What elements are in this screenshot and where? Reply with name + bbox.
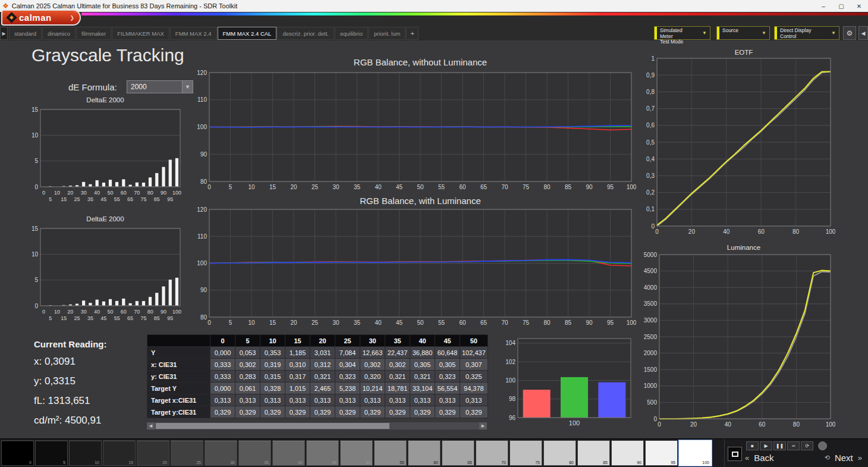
svg-text:15: 15 bbox=[269, 184, 276, 190]
grayscale-patch-80[interactable]: 80 bbox=[543, 440, 576, 466]
table-cell: 0,329 bbox=[435, 406, 460, 418]
loop-button[interactable]: ∞ bbox=[787, 441, 800, 450]
scrollbar-thumb[interactable] bbox=[156, 423, 389, 429]
settings-gear-button[interactable]: ⚙ bbox=[843, 26, 856, 40]
svg-text:0: 0 bbox=[34, 184, 38, 190]
table-cell: 0,313 bbox=[460, 394, 488, 406]
grayscale-patch-100[interactable]: 100 bbox=[679, 440, 712, 466]
table-cell: 36,880 bbox=[410, 347, 435, 359]
grayscale-patch-85[interactable]: 85 bbox=[577, 440, 610, 466]
stop-button[interactable]: ■ bbox=[746, 441, 759, 450]
patch-label: 15 bbox=[128, 460, 133, 465]
table-scrollbar[interactable]: ◀ ▶ bbox=[147, 422, 487, 430]
grayscale-patch-60[interactable]: 60 bbox=[408, 440, 441, 466]
source-dropdown[interactable]: Source ▼ bbox=[716, 26, 770, 40]
current-reading-x: x: 0,3091 bbox=[34, 356, 76, 368]
grayscale-patch-20[interactable]: 20 bbox=[137, 440, 169, 466]
grayscale-patch-15[interactable]: 15 bbox=[103, 440, 136, 466]
pattern-window-button[interactable] bbox=[728, 447, 742, 461]
grayscale-patch-40[interactable]: 40 bbox=[272, 440, 305, 466]
tab-equilibrio[interactable]: equilibrio bbox=[335, 27, 368, 40]
svg-text:90: 90 bbox=[586, 184, 593, 190]
grayscale-patch-25[interactable]: 25 bbox=[171, 440, 203, 466]
svg-text:0,5: 0,5 bbox=[646, 139, 655, 146]
refresh-button[interactable]: ⟳ bbox=[801, 441, 813, 450]
minimize-button[interactable]: – bbox=[814, 0, 832, 12]
current-reading-cdm2: cd/m²: 4500,91 bbox=[34, 415, 101, 427]
add-tab-button[interactable]: + bbox=[406, 27, 418, 40]
maximize-button[interactable]: ▢ bbox=[832, 0, 850, 12]
next-button[interactable]: Next bbox=[832, 453, 856, 463]
table-cell: 7,084 bbox=[335, 347, 360, 359]
svg-text:10: 10 bbox=[54, 190, 60, 196]
deltae-bottom-title: DeltaE 2000 bbox=[27, 215, 183, 222]
tab-fmm-max-2-4[interactable]: FMM MAX 2.4 bbox=[170, 27, 217, 40]
svg-text:0: 0 bbox=[653, 416, 657, 422]
grayscale-patch-75[interactable]: 75 bbox=[510, 440, 542, 466]
grayscale-patch-35[interactable]: 35 bbox=[238, 440, 271, 466]
grayscale-patch-30[interactable]: 30 bbox=[205, 440, 237, 466]
grayscale-patch-55[interactable]: 55 bbox=[374, 440, 407, 466]
grayscale-patch-50[interactable]: 50 bbox=[340, 440, 373, 466]
svg-text:120: 120 bbox=[197, 70, 207, 76]
continuous-icon[interactable]: ⟲ bbox=[822, 454, 832, 462]
tab-standard[interactable]: standard bbox=[9, 27, 42, 40]
svg-text:25: 25 bbox=[74, 196, 80, 202]
grayscale-patch-10[interactable]: 10 bbox=[69, 440, 102, 466]
svg-text:40: 40 bbox=[94, 309, 100, 315]
rgb-bars-chart: 9698100102104100 bbox=[502, 334, 634, 430]
patch-label: 75 bbox=[535, 460, 540, 465]
table-row-label: Y bbox=[147, 347, 210, 359]
table-cell: 1,015 bbox=[285, 383, 310, 394]
tab-priorit-lum[interactable]: priorit. lum bbox=[369, 27, 405, 40]
grayscale-patch-90[interactable]: 90 bbox=[611, 440, 644, 466]
scroll-right-icon[interactable]: ▶ bbox=[479, 422, 487, 430]
svg-text:98: 98 bbox=[509, 396, 516, 402]
collapse-panel-button[interactable]: ◀ bbox=[858, 26, 868, 40]
scrollbar-track[interactable] bbox=[155, 422, 479, 430]
tab-descriz-prior-dett-[interactable]: descriz. prior. dett. bbox=[277, 27, 334, 40]
svg-text:65: 65 bbox=[127, 196, 133, 202]
svg-text:55: 55 bbox=[114, 196, 120, 202]
svg-text:104: 104 bbox=[505, 340, 515, 346]
svg-text:25: 25 bbox=[74, 315, 80, 321]
simulated-meter-dropdown[interactable]: Simulated Meter Test Mode ▼ bbox=[654, 26, 710, 40]
table-cell: 56,554 bbox=[435, 383, 460, 394]
svg-text:20: 20 bbox=[67, 190, 73, 196]
svg-text:30: 30 bbox=[332, 184, 339, 190]
grayscale-patch-5[interactable]: 5 bbox=[35, 440, 68, 466]
svg-text:95: 95 bbox=[167, 196, 173, 202]
tab-overflow-button[interactable]: ▶ bbox=[0, 27, 8, 40]
grayscale-patch-95[interactable]: 95 bbox=[645, 440, 678, 466]
tab-filmmaker[interactable]: filmmaker bbox=[76, 27, 111, 40]
tab-filmmaker-max[interactable]: FILMMAKER MAX bbox=[112, 27, 169, 40]
svg-text:90: 90 bbox=[586, 319, 593, 326]
tab-fmm-max-2-4-cal[interactable]: FMM MAX 2.4 CAL bbox=[218, 27, 277, 40]
svg-text:100: 100 bbox=[627, 184, 636, 190]
pause-button[interactable]: ❚❚ bbox=[773, 441, 786, 450]
de-formula-value: 2000 bbox=[131, 83, 147, 91]
scroll-left-icon[interactable]: ◀ bbox=[147, 422, 155, 430]
patch-label: 45 bbox=[332, 460, 336, 465]
table-row: Target x:CIE310,3130,3130,3130,3130,3130… bbox=[147, 394, 488, 406]
svg-text:50: 50 bbox=[417, 319, 424, 326]
svg-text:1: 1 bbox=[651, 55, 655, 62]
direct-display-control-dropdown[interactable]: Direct Display Control ▼ bbox=[774, 26, 839, 40]
de-formula-select[interactable]: 2000 ▼ bbox=[127, 80, 193, 93]
back-button[interactable]: Back bbox=[751, 453, 776, 463]
close-button[interactable]: ✕ bbox=[850, 0, 868, 12]
back-chevron-icon: « bbox=[743, 453, 751, 462]
grayscale-patch-45[interactable]: 45 bbox=[306, 440, 339, 466]
svg-text:5: 5 bbox=[229, 319, 232, 326]
current-reading-y: y: 0,3315 bbox=[34, 375, 76, 387]
grayscale-patch-65[interactable]: 65 bbox=[442, 440, 474, 466]
svg-text:25: 25 bbox=[312, 184, 319, 190]
grayscale-patch-70[interactable]: 70 bbox=[476, 440, 508, 466]
patch-label: 35 bbox=[264, 460, 269, 465]
grayscale-patch-0[interactable]: 0 bbox=[1, 440, 34, 466]
svg-text:0: 0 bbox=[207, 184, 211, 190]
play-button[interactable]: ▶ bbox=[760, 441, 772, 450]
tab-dinamico[interactable]: dinamico bbox=[42, 27, 76, 40]
table-cell: 0,329 bbox=[285, 406, 310, 418]
patch-label: 95 bbox=[671, 460, 675, 465]
